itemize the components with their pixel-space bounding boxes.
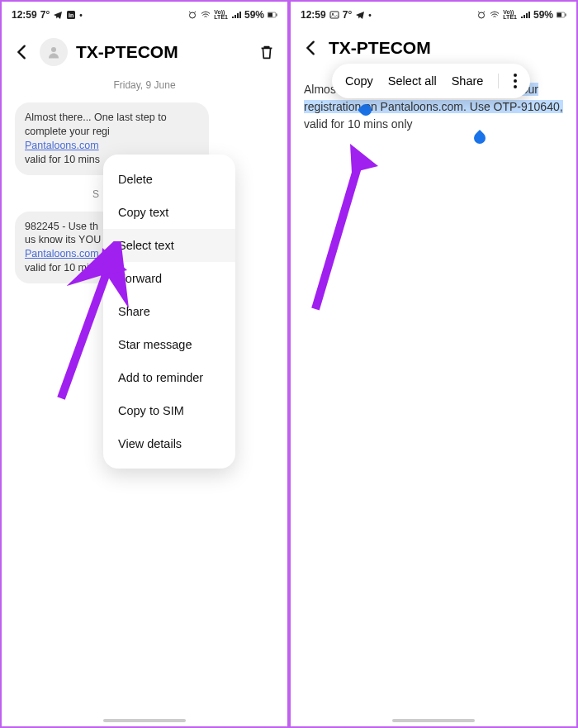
svg-marker-16 [350, 144, 378, 173]
dot-icon: • [368, 11, 372, 20]
alarm-icon [187, 10, 197, 20]
msg1-text: Almost there... One last step to complet… [25, 112, 167, 137]
telegram-icon [53, 10, 63, 20]
more-menu-icon[interactable] [514, 74, 517, 88]
dot-icon: • [79, 11, 83, 20]
battery-pct: 59% [244, 9, 264, 21]
telegram-icon [355, 10, 365, 20]
menu-reminder[interactable]: Add to reminder [103, 361, 235, 394]
linkedin-icon: in [66, 10, 76, 20]
svg-line-7 [61, 266, 109, 398]
status-temp: 7° [40, 9, 50, 21]
toolbar-copy[interactable]: Copy [345, 74, 373, 88]
status-bar: 12:59 7° • Vo))LTE1 59% [291, 2, 576, 25]
toolbar-separator [498, 74, 499, 88]
status-bar: 12:59 7° in • Vo))LTE1 59% [2, 2, 287, 25]
toolbar-select-all[interactable]: Select all [388, 74, 437, 88]
svg-point-2 [190, 12, 196, 18]
volte-label: Vo))LTE1 [214, 10, 228, 19]
msg2d: valid for 10 min [25, 262, 95, 274]
phone-left-screenshot: 12:59 7° in • Vo))LTE1 59% TX-PTECOM Fri… [0, 0, 289, 728]
svg-rect-5 [277, 14, 277, 17]
signal-icon [520, 10, 530, 20]
back-button[interactable] [302, 39, 320, 57]
svg-rect-9 [330, 12, 339, 18]
menu-view-details[interactable]: View details [103, 427, 235, 460]
wifi-icon [490, 10, 500, 20]
menu-share[interactable]: Share [103, 295, 235, 328]
msg1-link: Pantaloons.com [25, 140, 99, 151]
svg-rect-13 [557, 13, 562, 17]
toolbar-share[interactable]: Share [452, 74, 484, 88]
svg-rect-14 [566, 14, 566, 17]
svg-line-15 [315, 164, 358, 309]
msg2a: 982245 - Use th [25, 221, 98, 232]
text-unselected-tail: valid for 10 mins only [304, 117, 413, 131]
contact-title: TX-PTECOM [329, 38, 431, 58]
svg-point-11 [479, 12, 485, 18]
status-temp: 7° [343, 9, 352, 21]
selection-handle-end[interactable] [471, 130, 488, 146]
alarm-icon [476, 10, 486, 20]
delete-button[interactable] [258, 43, 276, 61]
menu-copy-text[interactable]: Copy text [103, 196, 235, 229]
annotation-arrow-icon [307, 136, 398, 317]
menu-select-text[interactable]: Select text [103, 229, 235, 262]
signal-icon [231, 10, 241, 20]
gallery-icon [329, 10, 339, 20]
volte-label: Vo))LTE1 [503, 10, 517, 19]
conversation-header: TX-PTECOM [291, 25, 576, 58]
svg-point-6 [51, 47, 56, 52]
contact-avatar[interactable] [40, 38, 68, 66]
status-time: 12:59 [12, 9, 37, 21]
msg1-tail: valid for 10 mins [25, 154, 100, 165]
context-menu: Delete Copy text Select text Forward Sha… [103, 155, 235, 469]
message-bubble-2[interactable]: 982245 - Use th us know its YOU Pantaloo… [15, 212, 115, 284]
text-selection-toolbar: Copy Select all Share [332, 64, 530, 98]
svg-rect-4 [268, 13, 273, 17]
home-indicator[interactable] [103, 719, 186, 722]
phone-right-screenshot: 12:59 7° • Vo))LTE1 59% TX-PTECOM Copy S… [289, 0, 578, 728]
msg2c: Pantaloons.com [25, 248, 99, 259]
battery-icon [557, 10, 566, 20]
date-label: Friday, 9 June [2, 74, 287, 102]
menu-copy-sim[interactable]: Copy to SIM [103, 394, 235, 427]
wifi-icon [201, 10, 211, 20]
home-indicator[interactable] [392, 719, 475, 722]
menu-forward[interactable]: Forward [103, 262, 235, 295]
contact-title: TX-PTECOM [76, 42, 249, 62]
menu-delete[interactable]: Delete [103, 163, 235, 196]
svg-text:in: in [69, 12, 73, 18]
status-time: 12:59 [301, 9, 326, 21]
menu-star[interactable]: Star message [103, 328, 235, 361]
back-button[interactable] [13, 43, 31, 61]
conversation-header: TX-PTECOM [2, 25, 287, 74]
battery-pct: 59% [533, 9, 553, 21]
battery-icon [268, 10, 277, 20]
msg2b: us know its YOU [25, 234, 101, 245]
